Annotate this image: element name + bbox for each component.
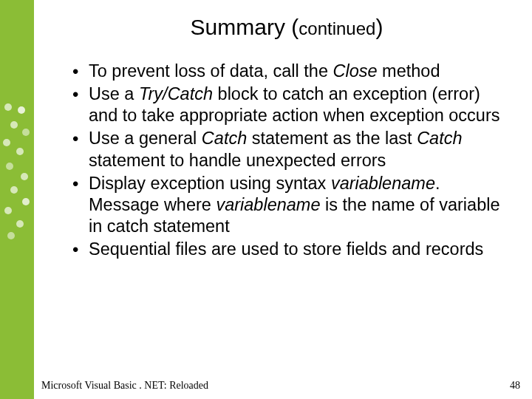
title-continued: continued — [299, 18, 375, 38]
bullet-item: To prevent loss of data, call the Close … — [71, 61, 502, 82]
footer-left: Microsoft Visual Basic . NET: Reloaded — [41, 380, 208, 392]
sidebar-dots — [0, 103, 34, 244]
bullet-text: statement as the last — [247, 129, 417, 148]
bullet-text: Sequential files are used to store field… — [89, 239, 483, 259]
bullet-item: Display exception using syntax variablen… — [71, 173, 502, 237]
keyword-close: Close — [333, 61, 378, 81]
sidebar-accent — [0, 0, 34, 399]
keyword-variablename: variablename — [331, 174, 435, 193]
keyword-variablename: variablename — [216, 195, 320, 214]
bullet-item: Use a general Catch statement as the las… — [71, 128, 502, 171]
bullet-text: Message — [89, 195, 159, 214]
bullet-text: To prevent loss of data, call the — [89, 61, 333, 81]
bullet-text: Use a — [89, 84, 139, 103]
keyword-catch: Catch — [202, 129, 247, 148]
bullet-text: where — [159, 195, 216, 214]
slide-title: Summary (continued) — [71, 15, 502, 40]
bullet-item: Sequential files are used to store field… — [71, 239, 502, 260]
bullet-list: To prevent loss of data, call the Close … — [71, 61, 502, 260]
bullet-text: Use a general — [89, 129, 202, 148]
title-paren-close: ) — [375, 15, 383, 39]
page-number: 48 — [510, 380, 520, 392]
bullet-text: Display exception using syntax — [89, 174, 331, 193]
keyword-trycatch: Try/Catch — [139, 84, 213, 103]
bullet-text: method — [378, 61, 440, 81]
bullet-text: statement to handle unexpected errors — [89, 151, 386, 170]
keyword-catch: Catch — [417, 129, 462, 148]
slide-content: Summary (continued) To prevent loss of d… — [34, 0, 532, 399]
title-main: Summary — [191, 15, 292, 39]
title-paren-open: ( — [291, 15, 299, 39]
bullet-text: . — [435, 174, 440, 193]
bullet-item: Use a Try/Catch block to catch an except… — [71, 83, 502, 126]
